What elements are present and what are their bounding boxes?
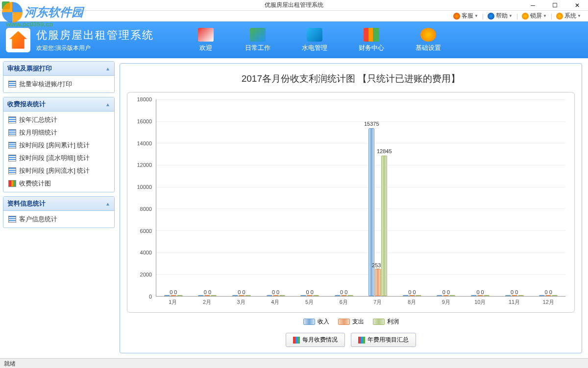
bar-支出	[512, 295, 517, 296]
panel-audit: 审核及票据打印▲ 批量审核进账/打印	[3, 61, 115, 93]
bar-支出	[409, 295, 415, 296]
chart-title: 2017各月份收支利润统计图 【只统计已进账的费用】	[127, 72, 575, 85]
zero-label: 0 0	[340, 289, 347, 295]
monthly-fee-button[interactable]: 每月收费情况	[286, 333, 345, 347]
collapse-icon: ▲	[105, 102, 110, 107]
sidebar-item-batch-audit[interactable]: 批量审核进账/打印	[5, 78, 112, 91]
zero-label: 0 0	[170, 289, 177, 295]
bar-利润	[552, 295, 558, 296]
maximize-button[interactable]: ☐	[544, 0, 566, 10]
bar-收入	[335, 295, 341, 296]
lock-icon	[522, 13, 529, 20]
x-tick: 5月	[293, 299, 327, 308]
grid-icon	[8, 216, 16, 223]
collapse-icon: ▲	[105, 66, 110, 71]
bar-收入	[403, 295, 409, 296]
chevron-down-icon: ▼	[509, 14, 513, 18]
top-menu: 客服▼ | 帮助▼ | 锁屏▼ | 系统▼	[0, 11, 588, 22]
bar-利润	[347, 295, 353, 296]
zero-label: 0 0	[545, 289, 552, 295]
panel-header-info[interactable]: 资料信息统计▲	[3, 197, 114, 211]
close-button[interactable]: ✕	[566, 0, 588, 10]
logo-icon	[6, 28, 30, 52]
nav-welcome[interactable]: 欢迎	[192, 26, 220, 54]
x-tick: 7月	[361, 299, 395, 308]
chart-icon	[293, 337, 300, 344]
nav-setting[interactable]: 基础设置	[410, 26, 447, 54]
bar-利润	[245, 295, 251, 296]
x-tick: 8月	[395, 299, 429, 308]
zero-label: 0 0	[442, 289, 450, 295]
help-icon	[488, 13, 494, 20]
grid-icon	[8, 142, 16, 149]
chevron-down-icon: ▼	[543, 14, 547, 18]
yearly-fee-button[interactable]: 年费用项目汇总	[351, 333, 416, 347]
y-tick: 12000	[137, 162, 152, 168]
y-tick: 6000	[140, 228, 152, 234]
menu-system[interactable]: 系统▼	[553, 12, 584, 20]
menu-lock[interactable]: 锁屏▼	[519, 12, 550, 20]
zero-label: 0 0	[476, 289, 484, 295]
nav-water[interactable]: 水电管理	[296, 26, 333, 54]
sidebar-item-period-room[interactable]: 按时间段 [房间累计] 统计	[5, 139, 112, 152]
gear-icon	[556, 13, 563, 20]
x-tick: 3月	[224, 299, 258, 308]
bar-利润	[518, 295, 524, 296]
main-header: 优服房屋出租管理系统 欢迎您:演示版本用户 欢迎 日常工作 水电管理 财务中心 …	[0, 22, 588, 58]
menu-service[interactable]: 客服▼	[450, 12, 481, 20]
y-tick: 4000	[140, 250, 152, 255]
sidebar-item-month-detail[interactable]: 按月明细统计	[5, 126, 112, 139]
sidebar-item-period-flow[interactable]: 按时间段 [流水明细] 统计	[5, 152, 112, 164]
grid-icon	[8, 81, 16, 88]
bar-利润: 12845	[381, 156, 387, 296]
zero-label: 0 0	[204, 289, 211, 295]
status-bar: 就绪	[0, 358, 588, 368]
bar-利润	[279, 295, 285, 296]
minimize-button[interactable]: ─	[522, 0, 544, 10]
bar-收入	[539, 295, 545, 296]
main-content: 2017各月份收支利润统计图 【只统计已进账的费用】 0200040006000…	[118, 58, 588, 358]
sidebar-item-customer[interactable]: 客户信息统计	[5, 213, 112, 226]
app-icon	[2, 1, 10, 9]
x-tick: 2月	[190, 299, 224, 308]
sidebar-item-period-roomflow[interactable]: 按时间段 [房间流水] 统计	[5, 164, 112, 177]
sidebar-item-fee-chart[interactable]: 收费统计图	[5, 177, 112, 190]
bar-收入	[267, 295, 272, 296]
sidebar-item-year-summary[interactable]: 按年汇总统计	[5, 114, 112, 126]
chart-icon	[358, 337, 365, 344]
bar-收入	[198, 295, 204, 296]
nav-daily[interactable]: 日常工作	[239, 26, 276, 54]
zero-label: 0 0	[272, 289, 279, 295]
chart-icon	[8, 180, 16, 187]
panel-header-report[interactable]: 收费报表统计▲	[3, 97, 114, 112]
bar-支出	[204, 295, 210, 296]
bar-利润	[211, 295, 217, 296]
welcome-text: 欢迎您:演示版本用户	[36, 44, 154, 52]
panel-header-audit[interactable]: 审核及票据打印▲	[3, 62, 114, 76]
legend-income: 收入	[303, 318, 329, 326]
bar-利润	[484, 295, 490, 296]
bar-收入	[300, 295, 306, 296]
panel-report: 收费报表统计▲ 按年汇总统计 按月明细统计 按时间段 [房间累计] 统计 按时间…	[3, 97, 115, 192]
menu-help[interactable]: 帮助▼	[485, 12, 515, 20]
y-tick: 18000	[137, 96, 152, 102]
panel-info: 资料信息统计▲ 客户信息统计	[3, 196, 115, 228]
welcome-icon	[198, 28, 214, 42]
x-tick: 12月	[531, 299, 565, 308]
app-title: 优服房屋出租管理系统	[36, 28, 154, 43]
collapse-icon: ▲	[105, 201, 110, 207]
x-tick: 6月	[326, 299, 361, 308]
bar-收入	[164, 295, 170, 296]
grid-icon	[8, 155, 16, 161]
y-tick: 0	[149, 294, 152, 299]
nav-finance[interactable]: 财务中心	[353, 26, 390, 54]
legend-expense: 支出	[338, 318, 364, 326]
grid-icon	[8, 129, 16, 136]
bar-利润	[449, 295, 455, 296]
bar-收入	[437, 295, 442, 296]
bar-支出	[171, 295, 176, 296]
y-tick: 8000	[140, 206, 152, 212]
bar-支出	[307, 295, 313, 296]
bar-支出	[443, 295, 449, 296]
chevron-down-icon: ▼	[577, 14, 581, 18]
